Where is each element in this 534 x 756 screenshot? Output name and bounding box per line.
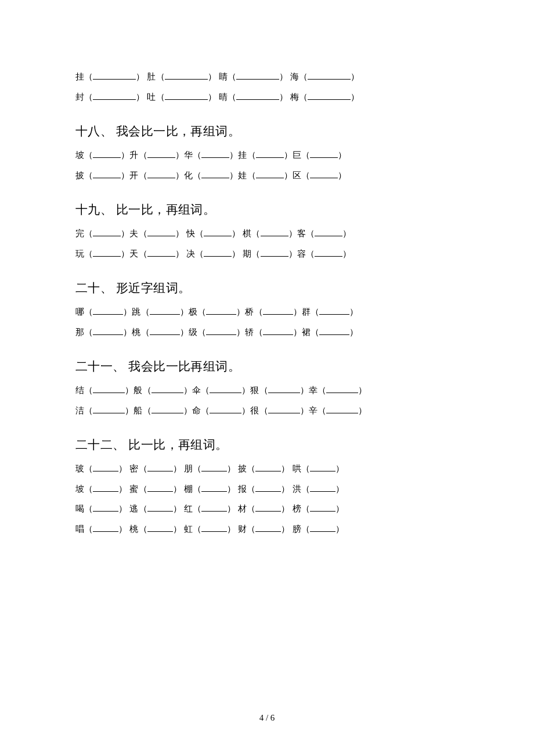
char: 化 xyxy=(184,171,193,180)
char: 密 xyxy=(129,464,138,473)
blank xyxy=(255,503,281,512)
blank xyxy=(319,326,349,335)
char: 挂 xyxy=(238,150,247,160)
char: 睛 xyxy=(219,72,228,81)
exercise-row: 坡（） 蜜（） 棚（） 报（） 洪（） xyxy=(75,479,459,499)
blank xyxy=(165,71,208,80)
blank xyxy=(256,149,284,158)
blank xyxy=(319,306,349,315)
blank xyxy=(93,306,123,315)
blank xyxy=(310,463,335,471)
char: 期 xyxy=(243,249,251,258)
exercise-row: 玩（）天（） 决（） 期（）容（） xyxy=(75,244,459,264)
blank xyxy=(255,483,281,492)
section-heading-20: 二十、 形近字组词。 xyxy=(75,280,459,296)
blank xyxy=(326,384,358,393)
blank xyxy=(147,523,173,532)
char: 蜜 xyxy=(129,484,138,494)
char: 梅 xyxy=(290,92,299,102)
char: 客 xyxy=(297,229,306,238)
blank xyxy=(93,503,118,512)
blank xyxy=(236,71,279,80)
blank xyxy=(236,91,279,100)
blank xyxy=(151,405,183,413)
char: 朋 xyxy=(184,464,193,473)
section-heading-21: 二十一、 我会比一比再组词。 xyxy=(75,358,459,375)
char: 材 xyxy=(238,504,247,513)
char: 华 xyxy=(184,150,193,160)
char: 决 xyxy=(186,249,195,258)
exercise-row: 结（）般（）伞（）狠（）幸（） xyxy=(75,380,459,401)
char: 容 xyxy=(297,249,306,258)
blank xyxy=(206,306,236,315)
blank xyxy=(93,248,121,257)
blank xyxy=(255,523,281,532)
blank xyxy=(263,306,293,315)
char: 红 xyxy=(184,504,193,513)
blank xyxy=(151,384,183,393)
blank xyxy=(93,483,118,492)
char: 轿 xyxy=(245,327,254,337)
char: 棋 xyxy=(243,229,251,238)
blank xyxy=(201,149,229,158)
char: 披 xyxy=(75,171,84,180)
blank xyxy=(150,306,180,315)
char: 群 xyxy=(302,307,311,316)
char: 披 xyxy=(238,464,247,473)
char: 夫 xyxy=(129,229,138,238)
blank xyxy=(147,463,173,471)
blank xyxy=(201,483,227,492)
char: 哄 xyxy=(293,464,301,473)
char: 命 xyxy=(192,406,201,415)
char: 虹 xyxy=(184,524,193,534)
exercise-row: 玻（） 密（） 朋（） 披（） 哄（） xyxy=(75,459,459,479)
char: 海 xyxy=(290,72,299,81)
page-number: 4 / 6 xyxy=(0,713,534,723)
blank xyxy=(310,503,335,512)
char: 娃 xyxy=(238,171,247,180)
exercise-row: 那（）桃（）级（）轿（）裙（） xyxy=(75,322,459,343)
blank xyxy=(315,248,342,257)
exercise-row: 哪（）跳（）极（）桥（）群（） xyxy=(75,302,459,322)
blank xyxy=(268,384,300,393)
blank xyxy=(93,463,118,471)
exercise-row: 喝（） 逃（） 红（） 材（） 榜（） xyxy=(75,499,459,519)
char: 肚 xyxy=(147,72,156,81)
blank xyxy=(201,503,227,512)
char: 哪 xyxy=(75,307,84,316)
char: 船 xyxy=(134,406,142,415)
blank xyxy=(201,523,227,532)
exercise-row: 洁（）船（）命（）很（）辛（） xyxy=(75,401,459,421)
char: 棚 xyxy=(184,484,193,494)
char: 开 xyxy=(129,171,138,180)
char: 很 xyxy=(250,406,259,415)
blank xyxy=(147,503,173,512)
blank xyxy=(93,326,123,335)
char: 报 xyxy=(238,484,247,494)
char: 升 xyxy=(129,150,138,160)
char: 玩 xyxy=(75,249,84,258)
char: 跳 xyxy=(132,307,140,316)
blank xyxy=(310,170,338,178)
blank xyxy=(165,91,208,100)
blank xyxy=(210,405,241,413)
blank xyxy=(93,149,121,158)
blank xyxy=(93,71,136,80)
char: 裙 xyxy=(302,327,311,337)
char: 喝 xyxy=(75,504,84,513)
blank xyxy=(147,149,175,158)
blank xyxy=(204,228,232,236)
char: 桥 xyxy=(245,307,254,316)
char: 桃 xyxy=(129,524,138,534)
char: 坡 xyxy=(75,150,84,160)
page-content: 挂（） 肚（） 睛（） 海（） 封（） 吐（） 晴（） 梅（） 十八、 我会比一… xyxy=(0,0,534,539)
char: 辛 xyxy=(309,406,317,415)
blank xyxy=(147,228,175,236)
blank xyxy=(147,170,175,178)
exercise-row: 完（）夫（） 快（） 棋（）客（） xyxy=(75,224,459,244)
blank xyxy=(256,170,284,178)
blank xyxy=(310,483,335,492)
blank xyxy=(308,91,351,100)
blank xyxy=(93,170,121,178)
char: 级 xyxy=(189,327,197,337)
